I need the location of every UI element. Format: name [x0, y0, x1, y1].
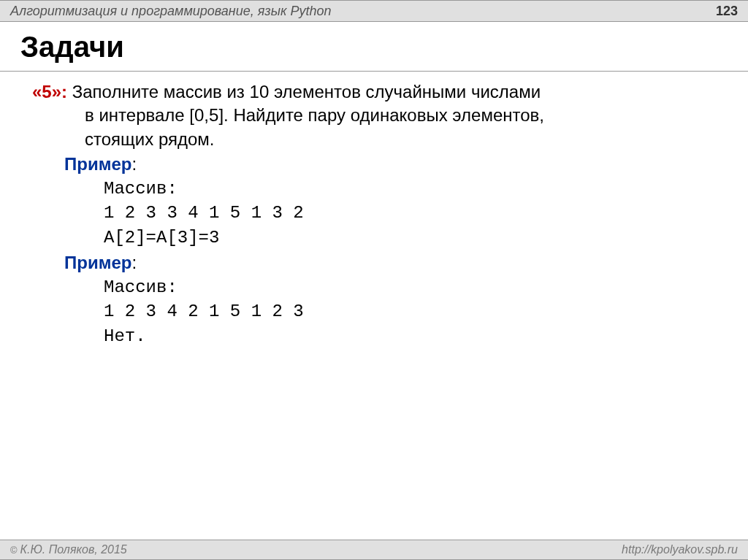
example1-line1: Массив: [104, 177, 716, 202]
task-text-3: стоящих рядом. [85, 128, 716, 151]
copyright-text: К.Ю. Поляков, 2015 [20, 543, 127, 556]
header-bar: Алгоритмизация и программирование, язык … [0, 0, 748, 22]
example2-label-text: Пример [64, 253, 131, 272]
example1-label-text: Пример [64, 154, 131, 174]
example2-label: Пример: [64, 251, 716, 275]
task-text-1: Заполните массив из 10 элементов случайн… [67, 82, 541, 101]
example2-line2: 1 2 3 4 2 1 5 1 2 3 [104, 299, 716, 324]
example2-line3: Нет. [104, 324, 716, 349]
task-text-2: в интервале [0,5]. Найдите пару одинаков… [85, 104, 716, 127]
content: «5»: Заполните массив из 10 элементов сл… [0, 72, 748, 349]
task-line-1: «5»: Заполните массив из 10 элементов сл… [32, 80, 716, 104]
example2-colon: : [131, 253, 137, 272]
example1-line3: A[2]=A[3]=3 [104, 226, 716, 250]
task-grade: «5»: [32, 82, 67, 101]
copyright-symbol: © [10, 545, 18, 556]
footer-bar: © К.Ю. Поляков, 2015 http://kpolyakov.sp… [0, 540, 748, 560]
example1-colon: : [131, 154, 137, 174]
footer-url: http://kpolyakov.spb.ru [622, 543, 738, 556]
header-title: Алгоритмизация и программирование, язык … [10, 4, 331, 19]
example1-label: Пример: [64, 153, 716, 176]
page-number: 123 [716, 4, 738, 19]
copyright: © К.Ю. Поляков, 2015 [10, 543, 127, 556]
main-title: Задачи [0, 22, 748, 72]
example2-line1: Массив: [104, 275, 716, 300]
example1-line2: 1 2 3 3 4 1 5 1 3 2 [104, 201, 716, 226]
